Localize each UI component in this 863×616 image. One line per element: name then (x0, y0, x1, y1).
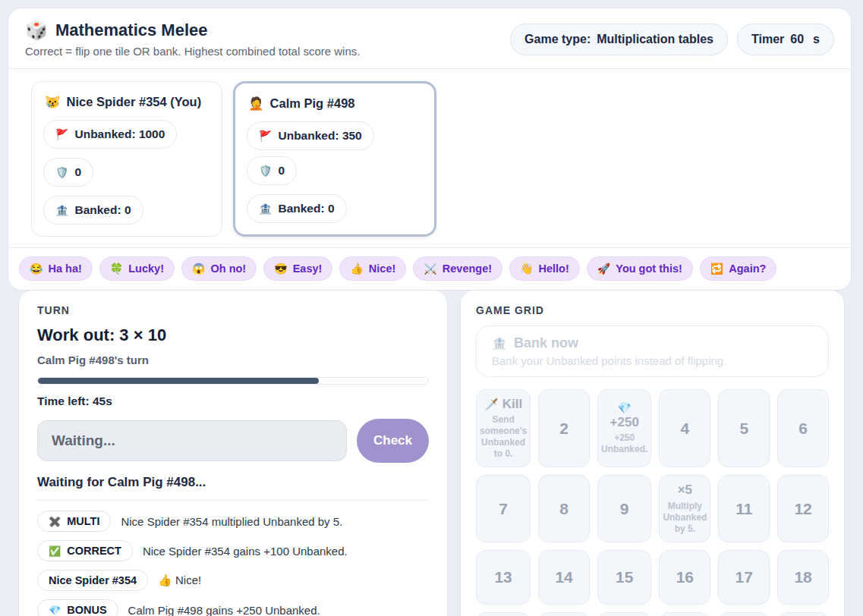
banked-pill: 🏦 Banked: 0 (247, 194, 347, 223)
tile-number: 17 (735, 568, 753, 586)
tile-5[interactable]: 5 (718, 389, 770, 467)
bank-icon: 🏦 (259, 203, 272, 215)
page-title: Mathematics Melee (55, 20, 208, 40)
repeat-emoji: 🔁 (710, 262, 723, 275)
reaction-label: Nice! (369, 262, 395, 275)
banked-text: Banked: 0 (74, 203, 131, 217)
reaction-again[interactable]: 🔁Again? (700, 256, 777, 281)
tile-7[interactable]: 7 (476, 475, 531, 542)
tile-15[interactable]: 15 (597, 550, 651, 605)
tile-number: 16 (676, 568, 694, 586)
shield-icon: 🛡️ (259, 165, 272, 177)
tile-number: 6 (798, 420, 808, 438)
reaction-revenge[interactable]: ⚔️Revenge! (413, 256, 502, 281)
tile-subtitle: Send someone's Unbanked to 0. (480, 414, 527, 460)
reaction-lucky[interactable]: 🍀Lucky! (99, 256, 175, 281)
tile-13[interactable]: 13 (476, 550, 531, 605)
tile-number: 4 (681, 420, 690, 438)
timer-progress-fill (38, 378, 319, 384)
badge-label: CORRECT (67, 545, 121, 557)
bank-now-button[interactable]: 🏦 Bank now Bank your Unbanked points ins… (476, 325, 829, 377)
reaction-label: You got this! (616, 262, 682, 275)
reaction-hello[interactable]: 👋Hello! (509, 256, 580, 281)
turn-info: Calm Pig #498's turn (37, 354, 429, 366)
grid-section-title: GAME GRID (476, 304, 829, 316)
tile-24[interactable]: 24 (777, 612, 829, 616)
tile-2[interactable]: 2 (538, 389, 590, 467)
timer-progress-bar (37, 377, 429, 385)
crossed-swords-emoji: ⚔️ (424, 262, 436, 275)
reaction-ha-ha[interactable]: 😂Ha ha! (19, 256, 93, 281)
tile-11[interactable]: 11 (718, 475, 770, 542)
tile-16[interactable]: 16 (659, 550, 710, 605)
log-badge-nice-spider-354: Nice Spider #354 (37, 570, 148, 591)
crying-cat-icon: 😿 (45, 95, 61, 109)
top-container: 🎲 Mathematics Melee Correct = flip one t… (8, 8, 852, 291)
tile-kill[interactable]: 🗡️KillSend someone's Unbanked to 0. (476, 389, 531, 467)
badge-icon: ✖️ (49, 516, 61, 527)
badge-label: Nice Spider #354 (49, 574, 137, 586)
header-controls: Game type: Multiplication tables Timer 6… (510, 24, 834, 55)
tile-22[interactable]: 22 (659, 612, 710, 616)
shield-pill: 🛡️ 0 (43, 158, 93, 187)
tile-14[interactable]: 14 (538, 550, 590, 605)
question-text: Work out: 3 × 10 (37, 325, 429, 345)
timer-pill: Timer 60 s (737, 24, 834, 55)
log-badge-multi: ✖️MULTI (37, 511, 111, 532)
tile-6[interactable]: 6 (777, 389, 829, 467)
game-type-pill: Game type: Multiplication tables (510, 24, 728, 55)
game-type-select[interactable]: Multiplication tables (597, 33, 713, 46)
tile-12[interactable]: 12 (777, 475, 829, 542)
tile-number: 7 (499, 500, 508, 518)
tile-4[interactable]: 4 (659, 389, 710, 467)
rocket-emoji: 🚀 (597, 262, 610, 275)
reaction-label: Oh no! (210, 262, 246, 275)
player-name: 🤦 Calm Pig #498 (248, 96, 423, 111)
tile-title-text: ×5 (678, 482, 692, 498)
tile-subtitle: Multiply Unbanked by 5. (663, 501, 707, 535)
bank-icon: 🏦 (55, 204, 68, 216)
tile-250[interactable]: 💎+250+250 Unbanked. (597, 389, 651, 467)
reaction-label: Hello! (539, 262, 569, 275)
tile-18[interactable]: 18 (777, 550, 829, 605)
reaction-you-got-this[interactable]: 🚀You got this! (587, 256, 693, 281)
reaction-label: Ha ha! (48, 262, 81, 275)
tile-23[interactable]: 23 (718, 612, 770, 616)
unbanked-pill: 🚩 Unbanked: 1000 (43, 120, 177, 149)
scream-emoji: 😱 (192, 262, 205, 275)
tile-19[interactable]: 19 (476, 612, 531, 616)
game-grid-panel: GAME GRID 🏦 Bank now Bank your Unbanked … (460, 290, 845, 616)
player-name: 😿 Nice Spider #354 (You) (45, 95, 210, 109)
reaction-easy[interactable]: 😎Easy! (263, 256, 332, 281)
log-badge-correct: ✅CORRECT (37, 540, 133, 561)
dagger-icon: 🗡️ (484, 398, 499, 411)
badge-label: BONUS (67, 604, 106, 616)
log-message: Nice Spider #354 multiplied Unbanked by … (121, 515, 342, 528)
check-button[interactable]: Check (357, 419, 429, 463)
facepalm-icon: 🤦 (248, 96, 264, 111)
tiles-grid: 🗡️KillSend someone's Unbanked to 0.2💎+25… (476, 389, 829, 616)
answer-input[interactable] (37, 420, 347, 461)
reaction-label: Easy! (293, 262, 323, 275)
badge-icon: 💎 (49, 605, 61, 616)
tile-subtitle: +250 Unbanked. (601, 432, 647, 455)
player-card-you: 😿 Nice Spider #354 (You) 🚩 Unbanked: 100… (31, 81, 222, 237)
tile-20[interactable]: 20 (538, 612, 590, 616)
tile-8[interactable]: 8 (538, 475, 590, 542)
tile-21[interactable]: 21 (597, 612, 651, 616)
tile-title: ×5 (678, 482, 692, 498)
thumbs-up-emoji: 👍 (350, 262, 363, 275)
turn-panel: TURN Work out: 3 × 10 Calm Pig #498's tu… (18, 290, 448, 616)
tile-9[interactable]: 9 (597, 475, 651, 542)
timer-value-select[interactable]: 60 (790, 33, 804, 46)
laughing-emoji: 😂 (30, 262, 43, 275)
reaction-nice[interactable]: 👍Nice! (339, 256, 406, 281)
game-type-label: Game type: (524, 33, 591, 46)
unbanked-text: Unbanked: 1000 (74, 127, 165, 141)
tile-5[interactable]: ×5Multiply Unbanked by 5. (659, 475, 710, 542)
sunglasses-emoji: 😎 (274, 262, 287, 275)
reaction-oh-no[interactable]: 😱Oh no! (181, 256, 257, 281)
waiting-text: Waiting for Calm Pig #498... (37, 475, 429, 490)
tile-17[interactable]: 17 (718, 550, 770, 605)
shield-icon: 🛡️ (55, 166, 68, 178)
